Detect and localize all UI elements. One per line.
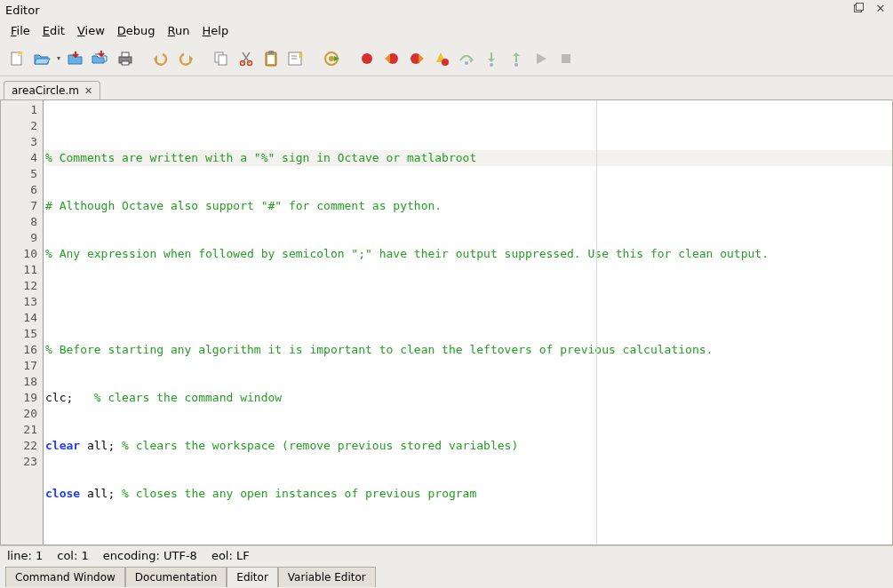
panel-tab-variable-editor[interactable]: Variable Editor: [278, 567, 376, 587]
save-all-icon[interactable]: [89, 47, 112, 70]
svg-rect-7: [122, 61, 129, 65]
svg-point-29: [465, 61, 468, 65]
file-tab-close-icon[interactable]: ✕: [84, 85, 92, 97]
menu-edit[interactable]: Edit: [37, 22, 70, 39]
step-into-icon[interactable]: [480, 47, 503, 70]
titlebar: Editor ✕: [0, 0, 893, 20]
svg-rect-1: [857, 4, 864, 11]
margin-rule: [596, 100, 597, 544]
svg-point-19: [329, 56, 334, 61]
file-tabstrip: areaCircle.m ✕: [0, 76, 893, 99]
svg-marker-23: [385, 54, 390, 63]
step-out-icon[interactable]: [505, 47, 528, 70]
svg-rect-15: [268, 51, 274, 54]
file-tab[interactable]: areaCircle.m ✕: [4, 81, 100, 99]
new-file-icon[interactable]: [5, 47, 28, 70]
panel-tab-command[interactable]: Command Window: [5, 567, 125, 587]
svg-point-27: [442, 59, 449, 66]
svg-point-33: [514, 63, 518, 67]
breakpoint-clear-icon[interactable]: [430, 47, 453, 70]
svg-rect-16: [267, 55, 275, 64]
open-dropdown-icon[interactable]: ▾: [55, 54, 62, 62]
menu-view[interactable]: View: [72, 22, 110, 39]
step-over-icon[interactable]: [455, 47, 478, 70]
status-col: col: 1: [57, 549, 89, 562]
close-icon[interactable]: ✕: [873, 3, 888, 17]
panel-tabs: Command Window Documentation Editor Vari…: [0, 565, 893, 588]
restore-icon[interactable]: [854, 3, 868, 17]
panel-tab-editor[interactable]: Editor: [227, 567, 278, 587]
copy-icon[interactable]: [210, 47, 233, 70]
panel-tab-documentation[interactable]: Documentation: [125, 567, 227, 587]
svg-rect-2: [12, 52, 21, 65]
svg-marker-32: [513, 52, 520, 56]
menubar: File Edit View Debug Run Help: [0, 20, 893, 41]
paste-icon[interactable]: [259, 47, 283, 70]
save-icon[interactable]: [64, 47, 87, 70]
find-replace-icon[interactable]: [284, 47, 307, 70]
redo-icon[interactable]: [174, 47, 197, 70]
svg-marker-25: [419, 54, 424, 63]
undo-icon[interactable]: [149, 47, 172, 70]
print-icon[interactable]: [114, 47, 137, 70]
svg-marker-30: [488, 59, 495, 62]
menu-help[interactable]: Help: [197, 22, 235, 39]
breakpoint-icon[interactable]: [355, 47, 379, 70]
svg-marker-34: [537, 53, 546, 64]
svg-point-31: [490, 63, 493, 67]
status-encoding: encoding: UTF-8: [103, 549, 197, 562]
code-area[interactable]: % Comments are written with a "%" sign i…: [44, 100, 892, 544]
menu-debug[interactable]: Debug: [112, 22, 161, 39]
svg-rect-11: [219, 55, 227, 65]
line-gutter: 1234 5678 9101112 13141516 17181920 2122…: [1, 100, 44, 544]
continue-icon[interactable]: [530, 47, 553, 70]
svg-rect-35: [562, 54, 570, 63]
status-line: line: 1: [7, 549, 43, 562]
menu-file[interactable]: File: [5, 22, 36, 39]
editor-area[interactable]: 1234 5678 9101112 13141516 17181920 2122…: [0, 99, 893, 545]
svg-point-21: [362, 53, 372, 64]
status-eol: eol: LF: [211, 549, 250, 562]
svg-rect-6: [122, 52, 129, 57]
breakpoint-prev-icon[interactable]: [380, 47, 403, 70]
breakpoint-next-icon[interactable]: [405, 47, 428, 70]
toolbar: ▾: [0, 41, 893, 76]
file-tab-label: areaCircle.m: [12, 84, 79, 97]
menu-run[interactable]: Run: [163, 22, 195, 39]
window-title: Editor: [5, 4, 849, 17]
statusbar: line: 1 col: 1 encoding: UTF-8 eol: LF: [0, 545, 893, 565]
cut-icon[interactable]: [235, 47, 258, 70]
run-settings-icon[interactable]: [320, 47, 343, 70]
stop-icon[interactable]: [554, 47, 578, 70]
open-file-icon[interactable]: [30, 47, 53, 70]
